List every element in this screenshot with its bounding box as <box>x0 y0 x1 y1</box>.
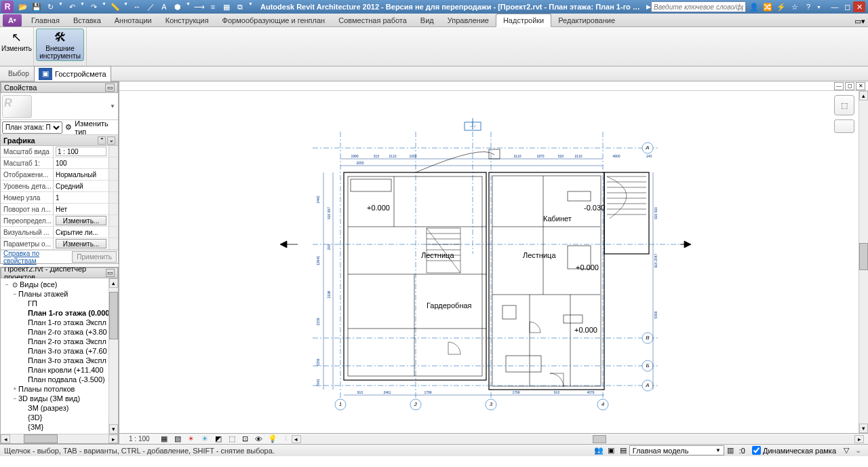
view-dropdown[interactable]: ▼ <box>186 1 191 12</box>
tab-view[interactable]: Вид <box>414 14 441 26</box>
subscription-icon[interactable]: 👤 <box>749 1 760 12</box>
steering-wheel[interactable] <box>834 119 854 133</box>
help-dropdown[interactable]: ▼ <box>816 5 822 10</box>
scroll-thumb[interactable] <box>859 243 868 270</box>
modify-button[interactable]: ↖ Изменить <box>0 29 35 54</box>
browser-vscrollbar[interactable]: ▴ ▾ <box>108 278 118 434</box>
tree-item[interactable]: План 2-го этажа (+3.80 <box>28 328 107 336</box>
undo-icon[interactable]: ↶ <box>66 1 77 12</box>
model-graphics-icon[interactable]: ▦ <box>159 434 169 444</box>
measure-dropdown[interactable]: ▼ <box>123 1 129 12</box>
undo-dropdown[interactable]: ▼ <box>80 1 85 12</box>
exchange-icon[interactable]: 🔀 <box>762 1 773 12</box>
shadows-icon[interactable]: ◩ <box>214 434 223 444</box>
scroll-left-icon[interactable]: ◂ <box>292 435 301 443</box>
expand-icon[interactable]: − <box>12 291 18 297</box>
scroll-right-icon[interactable]: ▸ <box>854 435 864 443</box>
window-cascade-icon[interactable]: ⧉ <box>235 1 245 12</box>
tab-structure[interactable]: Конструкция <box>159 14 216 26</box>
sync-dropdown[interactable]: ▼ <box>58 1 64 12</box>
drawing-canvas[interactable]: ⬚ 1 2 3 4 А В Б А <box>119 91 859 433</box>
browser-hscrollbar[interactable]: ◂ ▸ <box>1 434 118 443</box>
minimize-button[interactable]: — <box>829 1 841 12</box>
scroll-thumb[interactable] <box>593 435 606 443</box>
tab-manage[interactable]: Управление <box>441 14 496 26</box>
view-cube[interactable]: ⬚ <box>834 95 854 115</box>
external-tools-button[interactable]: 🛠 Внешние инструменты <box>36 29 84 61</box>
prop-value-scale[interactable] <box>56 147 106 156</box>
tree-item[interactable]: План 3-го этажа Экспл <box>28 356 106 365</box>
view-restore-icon[interactable]: ◻ <box>845 82 854 90</box>
canvas-vscrollbar[interactable]: ▴ ▾ <box>859 91 868 433</box>
detail-level-icon[interactable]: ▧ <box>173 434 182 444</box>
editable-only-icon[interactable]: ▣ <box>605 446 617 455</box>
tab-insert[interactable]: Вставка <box>66 14 108 26</box>
view-minimize-icon[interactable]: — <box>834 82 844 90</box>
tree-item[interactable]: ЗМ (разрез) <box>28 404 68 412</box>
tree-item[interactable]: {ЗМ} <box>28 423 43 431</box>
browser-close-icon[interactable]: ▭ <box>106 269 115 277</box>
measure-icon[interactable]: 📏 <box>110 1 121 12</box>
tab-modify[interactable]: Редактирование <box>551 14 622 26</box>
close-button[interactable]: ✕ <box>853 1 865 12</box>
properties-help-link[interactable]: Справка по свойствам <box>1 250 72 265</box>
crop-region-icon[interactable]: ⊡ <box>241 434 250 444</box>
exclude-options-icon[interactable]: ▥ <box>724 446 736 455</box>
tree-item[interactable]: {3D} <box>28 413 42 422</box>
search-input[interactable] <box>652 3 745 11</box>
redo-icon[interactable]: ↷ <box>88 1 99 12</box>
edit-type-link[interactable]: Изменить тип <box>75 119 117 136</box>
maximize-button[interactable]: ◻ <box>841 1 853 12</box>
line-icon[interactable]: ／ <box>145 1 156 12</box>
scroll-right-icon[interactable]: ▸ <box>108 434 118 443</box>
type-selector-dropdown[interactable]: ▼ <box>108 102 117 111</box>
apply-button[interactable]: Применить <box>72 251 117 263</box>
window-dropdown[interactable]: ▼ <box>248 1 254 12</box>
tree-floor-plans[interactable]: Планы этажей <box>18 290 68 298</box>
tree-3d-views[interactable]: 3D виды (ЗМ вид) <box>18 394 80 403</box>
sun-path-icon[interactable]: ☀ <box>200 434 210 444</box>
properties-close-icon[interactable]: ▭ <box>105 83 115 92</box>
type-selector[interactable]: План этажа: П <box>2 122 62 134</box>
save-icon[interactable]: 💾 <box>31 1 42 12</box>
tree-item[interactable]: План 1-го этажа Экспл <box>28 318 106 326</box>
text-icon[interactable]: A <box>159 1 170 12</box>
dimension-icon[interactable]: ↔ <box>132 1 142 12</box>
tree-item[interactable]: План подвала (-3.500) <box>28 375 105 384</box>
tab-massing[interactable]: Формообразующие и генплан <box>216 14 332 26</box>
category-scroll-icon[interactable]: ⌄ <box>107 136 115 145</box>
tab-main[interactable]: Главная <box>24 14 66 26</box>
scroll-left-icon[interactable]: ◂ <box>1 434 10 443</box>
view-close-icon[interactable]: ✕ <box>856 82 865 90</box>
tree-ceiling-plans[interactable]: Планы потолков <box>18 385 75 393</box>
tree-views-all[interactable]: Виды (все) <box>20 280 58 288</box>
sync-icon[interactable]: ↻ <box>45 1 56 12</box>
prop-value[interactable]: 100 <box>54 157 108 168</box>
tab-annotate[interactable]: Аннотации <box>108 14 159 26</box>
open-icon[interactable]: 📂 <box>18 1 28 12</box>
tree-item[interactable]: План кровли (+11.400 <box>28 366 104 374</box>
scroll-down-icon[interactable]: ▾ <box>109 424 118 434</box>
gosstroismeta-tool[interactable]: ▣ Госстройсмета <box>34 66 111 82</box>
crop-view-icon[interactable]: ⬚ <box>227 434 237 444</box>
expand-icon[interactable]: − <box>3 281 10 288</box>
visibility-icon[interactable]: ⟶ <box>194 1 205 12</box>
search-box[interactable] <box>651 1 746 12</box>
scroll-thumb[interactable] <box>24 434 58 443</box>
tab-addins[interactable]: Надстройки <box>496 14 551 27</box>
press-drag-checkbox[interactable]: Динамическая рамка <box>752 446 836 455</box>
tree-item-selected[interactable]: План 1-го этажа (0.000 <box>28 309 108 317</box>
design-options-icon[interactable]: ▤ <box>617 446 629 455</box>
prop-value[interactable]: 1 <box>54 192 108 203</box>
tree-item[interactable]: План 2-го этажа Экспл <box>28 337 106 345</box>
tab-collaborate[interactable]: Совместная работа <box>332 14 414 26</box>
scroll-up-icon[interactable]: ▴ <box>859 91 868 100</box>
project-browser-tree[interactable]: −⊙Виды (все) −Планы этажей ГП План 1-го … <box>1 278 108 434</box>
tree-item[interactable]: План 3-го этажа (+7.60 <box>28 347 107 355</box>
prop-value[interactable]: Нормальный <box>54 169 108 180</box>
prop-value[interactable]: Нет <box>54 204 108 214</box>
workset-icon[interactable]: 👥 <box>593 446 605 455</box>
filter-icon[interactable]: ▽ <box>840 446 852 455</box>
scroll-up-icon[interactable]: ▴ <box>109 278 118 288</box>
help-icon[interactable]: ? <box>803 1 814 12</box>
